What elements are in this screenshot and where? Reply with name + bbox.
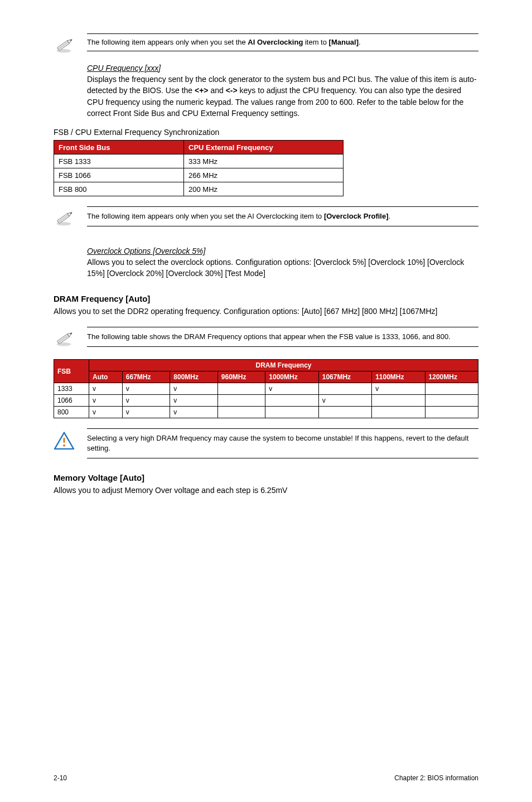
table-row: FSB 1066 266 MHz xyxy=(54,168,344,182)
dram-col-1100: 1100MHz xyxy=(372,371,425,383)
table-row: FSB 1333 333 MHz xyxy=(54,154,344,168)
dram-table-fsb-hdr: FSB xyxy=(54,360,89,383)
cpu-frequency-label: CPU Frequency [xxx] xyxy=(87,64,478,73)
dram-col-1000: 1000MHz xyxy=(265,371,318,383)
dram-frequency-text: Allows you to set the DDR2 operating fre… xyxy=(54,306,478,317)
warning-text: Selecting a very high DRAM frequency may… xyxy=(87,428,478,458)
table-row: 1333 v v v v v xyxy=(54,383,478,395)
dram-col-960: 960MHz xyxy=(217,371,265,383)
dram-col-800: 800MHz xyxy=(170,371,218,383)
note-pencil-icon xyxy=(54,33,87,56)
fsb-sync-title: FSB / CPU External Frequency Synchroniza… xyxy=(54,128,478,137)
dram-col-1067: 1067MHz xyxy=(318,371,371,383)
table-row: 1066 v v v v xyxy=(54,395,478,407)
note-manual-text: The following item appears only when you… xyxy=(87,33,478,51)
memory-voltage-text: Allows you to adjust Memory Over voltage… xyxy=(54,485,478,496)
note-pencil-icon xyxy=(54,206,87,229)
page-number: 2-10 xyxy=(54,774,67,782)
note-pencil-icon xyxy=(54,327,87,349)
warning-triangle-icon xyxy=(54,428,87,453)
fsb-table: Front Side Bus CPU External Frequency FS… xyxy=(54,140,344,196)
dram-col-1200: 1200MHz xyxy=(425,371,478,383)
overclock-options-text: Allows you to select the overclock optio… xyxy=(87,257,478,279)
memory-voltage-title: Memory Voltage [Auto] xyxy=(54,473,478,482)
note-dram-table-text: The following table shows the DRAM Frequ… xyxy=(87,327,478,347)
svg-point-20 xyxy=(63,445,65,447)
overclock-options-label: Overclock Options [Overclock 5%] xyxy=(87,247,478,255)
note-overclock-profile-text: The following item appears only when you… xyxy=(87,206,478,226)
table-row: FSB 800 200 MHz xyxy=(54,182,344,196)
dram-frequency-title: DRAM Frequency [Auto] xyxy=(54,294,478,303)
dram-table: FSB DRAM Frequency Auto 667MHz 800MHz 96… xyxy=(54,359,478,418)
dram-col-auto: Auto xyxy=(89,371,123,383)
chapter-title: Chapter 2: BIOS information xyxy=(394,774,478,782)
fsb-table-hdr-cpu: CPU External Frequency xyxy=(184,141,344,154)
dram-col-667: 667MHz xyxy=(122,371,170,383)
cpu-frequency-text: Displays the frequency sent by the clock… xyxy=(87,74,478,119)
svg-rect-19 xyxy=(63,438,65,443)
fsb-table-hdr-fsb: Front Side Bus xyxy=(54,141,184,154)
dram-table-title: DRAM Frequency xyxy=(89,360,478,371)
table-row: 800 v v v xyxy=(54,407,478,418)
